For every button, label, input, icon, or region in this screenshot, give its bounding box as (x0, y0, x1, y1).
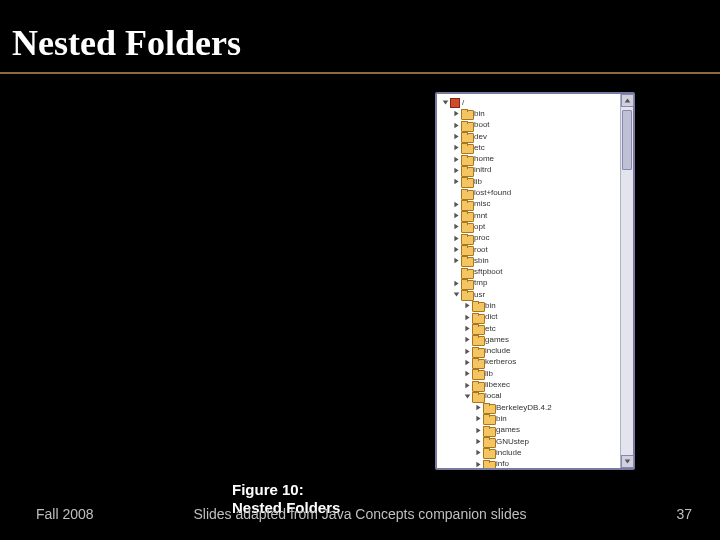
indent (441, 289, 452, 300)
expander-closed-icon[interactable] (452, 178, 460, 186)
svg-marker-27 (476, 427, 480, 433)
expander-closed-icon[interactable] (463, 370, 471, 378)
tree-item[interactable]: bin (441, 413, 617, 424)
tree-item[interactable]: games (441, 334, 617, 345)
expander-closed-icon[interactable] (452, 223, 460, 231)
tree-item[interactable]: lib (441, 368, 617, 379)
tree-item-label: games (485, 336, 509, 344)
expander-closed-icon[interactable] (452, 200, 460, 208)
root-icon (450, 98, 460, 108)
indent (441, 413, 474, 424)
expander-closed-icon[interactable] (452, 133, 460, 141)
expander-closed-icon[interactable] (463, 336, 471, 344)
expander-closed-icon[interactable] (452, 246, 460, 254)
tree-item-label: home (474, 155, 494, 163)
expander-closed-icon[interactable] (474, 460, 482, 468)
tree-item[interactable]: dev (441, 131, 617, 142)
expander-closed-icon[interactable] (474, 449, 482, 457)
tree-item-label: kerberos (485, 358, 516, 366)
tree-item[interactable]: etc (441, 323, 617, 334)
tree-item-label: BerkeleyDB.4.2 (496, 404, 552, 412)
tree-item[interactable]: lost+found (441, 187, 617, 198)
svg-marker-20 (465, 348, 469, 354)
expander-open-icon[interactable] (441, 99, 449, 107)
expander-closed-icon[interactable] (452, 212, 460, 220)
folder-icon (461, 109, 472, 118)
folder-icon (461, 189, 472, 198)
folder-icon (472, 369, 483, 378)
tree-item[interactable]: opt (441, 221, 617, 232)
expander-closed-icon[interactable] (474, 426, 482, 434)
folder-icon (461, 256, 472, 265)
expander-closed-icon[interactable] (463, 313, 471, 321)
indent (441, 255, 452, 266)
expander-closed-icon[interactable] (452, 144, 460, 152)
expander-closed-icon[interactable] (452, 121, 460, 129)
expander-closed-icon[interactable] (452, 257, 460, 265)
svg-marker-17 (465, 314, 469, 320)
indent (441, 154, 452, 165)
tree-item[interactable]: mnt (441, 210, 617, 221)
expander-open-icon[interactable] (452, 291, 460, 299)
expander-closed-icon[interactable] (463, 381, 471, 389)
tree-item[interactable]: tmp (441, 278, 617, 289)
indent (441, 391, 463, 402)
svg-marker-6 (454, 168, 458, 174)
expander-closed-icon[interactable] (463, 325, 471, 333)
tree-item[interactable]: home (441, 153, 617, 164)
tree-item[interactable]: include (441, 447, 617, 458)
tree-item[interactable]: include (441, 346, 617, 357)
indent (441, 142, 452, 153)
scroll-thumb[interactable] (622, 110, 632, 170)
tree-item[interactable]: games (441, 425, 617, 436)
tree-root[interactable]: / (441, 97, 617, 108)
expander-closed-icon[interactable] (474, 404, 482, 412)
tree-item[interactable]: dict (441, 312, 617, 323)
svg-marker-0 (442, 101, 448, 105)
tree-item[interactable]: root (441, 244, 617, 255)
tree-item[interactable]: sftpboot (441, 266, 617, 277)
indent (441, 425, 474, 436)
expander-closed-icon[interactable] (452, 166, 460, 174)
svg-marker-1 (454, 111, 458, 117)
expander-closed-icon[interactable] (452, 279, 460, 287)
svg-marker-5 (454, 156, 458, 162)
tree-item[interactable]: sbin (441, 255, 617, 266)
tree-item[interactable]: BerkeleyDB.4.2 (441, 402, 617, 413)
tree-item[interactable]: bin (441, 300, 617, 311)
svg-marker-30 (476, 461, 480, 467)
svg-marker-22 (465, 371, 469, 377)
scroll-down-button[interactable] (621, 455, 634, 468)
tree-item[interactable]: lib (441, 176, 617, 187)
expander-closed-icon[interactable] (474, 438, 482, 446)
expander-closed-icon[interactable] (474, 415, 482, 423)
tree-item[interactable]: initrd (441, 165, 617, 176)
tree-item-label: opt (474, 223, 485, 231)
svg-marker-16 (465, 303, 469, 309)
tree-item[interactable]: bin (441, 108, 617, 119)
tree-item[interactable]: local (441, 391, 617, 402)
tree-item[interactable]: GNUstep (441, 436, 617, 447)
tree-item[interactable]: libexec (441, 379, 617, 390)
tree-item[interactable]: info (441, 459, 617, 469)
tree-item[interactable]: usr (441, 289, 617, 300)
expander-closed-icon[interactable] (452, 234, 460, 242)
tree-item-label: bin (485, 302, 496, 310)
expander-closed-icon[interactable] (452, 155, 460, 163)
scroll-up-button[interactable] (621, 94, 634, 107)
expander-closed-icon[interactable] (452, 110, 460, 118)
expander-closed-icon[interactable] (463, 302, 471, 310)
expander-closed-icon[interactable] (463, 347, 471, 355)
tree-item[interactable]: proc (441, 233, 617, 244)
tree-item-label: proc (474, 234, 490, 242)
expander-open-icon[interactable] (463, 392, 471, 400)
tree-item[interactable]: boot (441, 120, 617, 131)
expander-closed-icon[interactable] (463, 358, 471, 366)
tree-item[interactable]: etc (441, 142, 617, 153)
tree-item[interactable]: misc (441, 199, 617, 210)
scrollbar[interactable] (620, 94, 633, 468)
indent (441, 300, 463, 311)
tree-item[interactable]: kerberos (441, 357, 617, 368)
folder-icon (461, 177, 472, 186)
folder-tree[interactable]: / binbootdevetchomeinitrdliblost+foundmi… (437, 94, 620, 468)
